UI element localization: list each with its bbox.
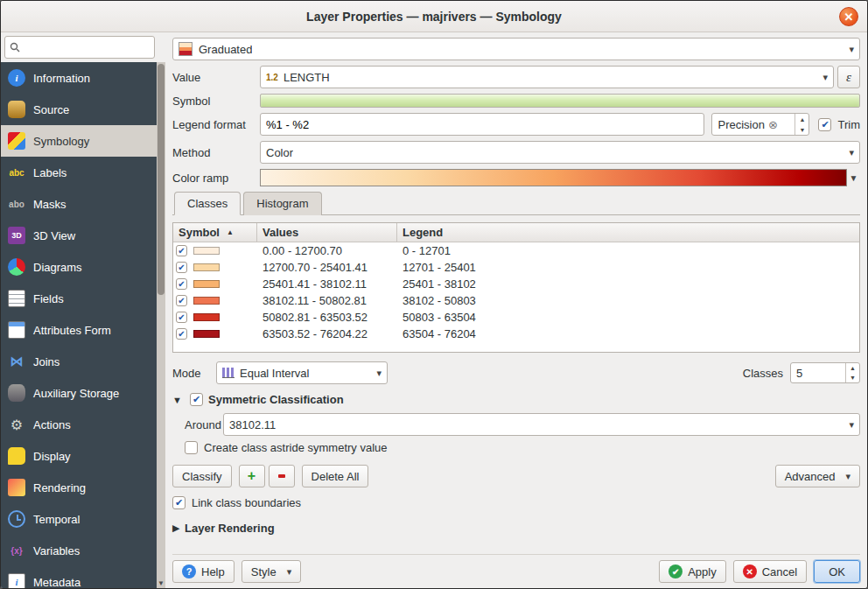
sidebar-item-symbology[interactable]: Symbology	[1, 125, 157, 157]
table-row[interactable]: 0.00 - 12700.70 0 - 12701	[173, 242, 859, 259]
sidebar-item-joins[interactable]: Joins	[1, 346, 157, 377]
trim-checkbox[interactable]	[818, 118, 831, 131]
column-header-legend[interactable]: Legend	[397, 223, 859, 242]
classes-spin-buttons[interactable]: ▲▼	[845, 363, 859, 382]
chevron-down-icon: ▾	[840, 471, 850, 482]
expression-builder-button[interactable]: ε	[837, 66, 860, 88]
mode-label: Mode	[172, 367, 216, 380]
advanced-button[interactable]: Advanced ▾	[775, 465, 860, 487]
class-visibility-checkbox[interactable]	[176, 328, 187, 340]
tab-classes[interactable]: Classes	[174, 192, 241, 215]
class-legend: 0 - 12701	[397, 244, 859, 257]
legend-format-input[interactable]	[260, 113, 704, 136]
sidebar-item-actions[interactable]: Actions	[1, 409, 157, 440]
scrollbar-thumb[interactable]	[158, 64, 164, 295]
column-header-values[interactable]: Values	[257, 223, 397, 242]
tab-histogram[interactable]: Histogram	[243, 192, 321, 215]
sidebar-item-label: Symbology	[33, 135, 89, 148]
advanced-label: Advanced	[785, 470, 836, 483]
table-row[interactable]: 12700.70 - 25401.41 12701 - 25401	[173, 259, 859, 276]
scrollbar-down-arrow[interactable]: ▼	[157, 579, 165, 587]
table-row[interactable]: 50802.81 - 63503.52 50803 - 63504	[173, 309, 859, 326]
add-class-button[interactable]: +	[239, 465, 265, 487]
clear-icon[interactable]	[768, 118, 778, 131]
column-header-symbol[interactable]: Symbol	[173, 223, 257, 242]
classes-count-spinbox[interactable]: 5 ▲▼	[790, 362, 860, 383]
sidebar-item-source[interactable]: Source	[1, 94, 157, 125]
class-color-swatch[interactable]	[193, 263, 220, 271]
class-color-swatch[interactable]	[193, 247, 220, 255]
class-color-swatch[interactable]	[193, 330, 220, 338]
collapse-arrow-icon[interactable]: ▼	[172, 395, 185, 405]
sidebar-item-auxiliary-storage[interactable]: Auxiliary Storage	[1, 377, 157, 409]
astride-checkbox[interactable]	[185, 441, 198, 454]
symbol-preview[interactable]	[260, 94, 860, 108]
cancel-button[interactable]: Cancel	[733, 560, 807, 583]
precision-text: Precision	[718, 118, 764, 131]
help-label: Help	[201, 565, 225, 578]
classify-button[interactable]: Classify	[172, 465, 232, 487]
class-legend: 12701 - 25401	[397, 261, 859, 274]
sidebar-item-label: Diagrams	[33, 261, 82, 274]
delete-all-button[interactable]: Delete All	[302, 465, 369, 487]
renderer-select[interactable]: Graduated ▾	[172, 38, 860, 60]
style-label: Style	[251, 565, 276, 578]
precision-spin-buttons[interactable]: ▲▼	[794, 114, 808, 135]
class-visibility-checkbox[interactable]	[176, 295, 187, 306]
classes-table-header[interactable]: Symbol Values Legend	[173, 223, 859, 242]
sidebar-item-display[interactable]: Display	[1, 440, 157, 472]
sidebar-item-diagrams[interactable]: Diagrams	[1, 251, 157, 283]
apply-button[interactable]: Apply	[659, 560, 726, 583]
expand-arrow-icon[interactable]: ▶	[172, 522, 185, 534]
table-row[interactable]: 38102.11 - 50802.81 38102 - 50803	[173, 292, 859, 309]
sidebar-item-masks[interactable]: Masks	[1, 188, 157, 220]
apply-icon	[668, 564, 682, 578]
sidebar-item-labels[interactable]: Labels	[1, 157, 157, 188]
value-field-select[interactable]: 1.2 LENGTH ▾	[260, 66, 834, 88]
mode-select[interactable]: Equal Interval ▾	[216, 361, 388, 384]
around-select[interactable]: 38102.11 ▾	[223, 413, 860, 436]
sidebar-item-label: Rendering	[33, 481, 86, 494]
class-legend: 50803 - 63504	[397, 311, 859, 324]
sidebar-item-metadata[interactable]: Metadata	[1, 566, 157, 588]
class-visibility-checkbox[interactable]	[176, 245, 187, 256]
search-icon	[10, 42, 20, 55]
sidebar-item-label: Metadata	[33, 576, 80, 589]
remove-class-button[interactable]	[269, 465, 295, 487]
symmetric-classification-checkbox[interactable]	[190, 393, 203, 406]
class-color-swatch[interactable]	[193, 280, 220, 288]
sidebar-item-label: Attributes Form	[33, 324, 111, 337]
link-class-boundaries-label: Link class boundaries	[192, 496, 301, 509]
mode-value: Equal Interval	[240, 367, 310, 380]
class-visibility-checkbox[interactable]	[176, 278, 187, 290]
sidebar-item-3d-view[interactable]: 3D View	[1, 220, 157, 251]
symbology-icon	[8, 132, 25, 150]
sidebar-item-temporal[interactable]: Temporal	[1, 503, 157, 535]
class-visibility-checkbox[interactable]	[176, 312, 187, 323]
ok-button[interactable]: OK	[814, 560, 860, 583]
joins-icon	[8, 353, 25, 370]
sidebar-item-label: 3D View	[33, 229, 75, 242]
color-ramp-dropdown-icon[interactable]: ▼	[847, 173, 860, 183]
class-color-swatch[interactable]	[193, 313, 220, 321]
sidebar-item-rendering[interactable]: Rendering	[1, 472, 157, 503]
help-button[interactable]: Help	[172, 560, 234, 583]
sidebar-item-variables[interactable]: Variables	[1, 535, 157, 566]
table-row[interactable]: 25401.41 - 38102.11 25401 - 38102	[173, 276, 859, 292]
style-button[interactable]: Style ▾	[242, 560, 301, 583]
close-button[interactable]	[839, 7, 858, 26]
class-visibility-checkbox[interactable]	[176, 262, 187, 273]
sidebar-item-attributes-form[interactable]: Attributes Form	[1, 314, 157, 346]
link-class-boundaries-checkbox[interactable]	[172, 496, 186, 509]
search-input[interactable]	[4, 36, 155, 59]
sidebar-scrollbar[interactable]: ▼	[157, 62, 165, 588]
color-ramp-bar[interactable]	[260, 169, 847, 186]
minus-icon	[278, 474, 285, 478]
precision-spinbox[interactable]: Precision ▲▼	[711, 113, 809, 136]
table-row[interactable]: 63503.52 - 76204.22 63504 - 76204	[173, 326, 859, 342]
method-select[interactable]: Color ▾	[260, 141, 860, 164]
sidebar-item-information[interactable]: Information	[1, 62, 157, 94]
sidebar-item-fields[interactable]: Fields	[1, 283, 157, 314]
chevron-down-icon: ▾	[844, 44, 854, 55]
class-color-swatch[interactable]	[193, 297, 220, 305]
